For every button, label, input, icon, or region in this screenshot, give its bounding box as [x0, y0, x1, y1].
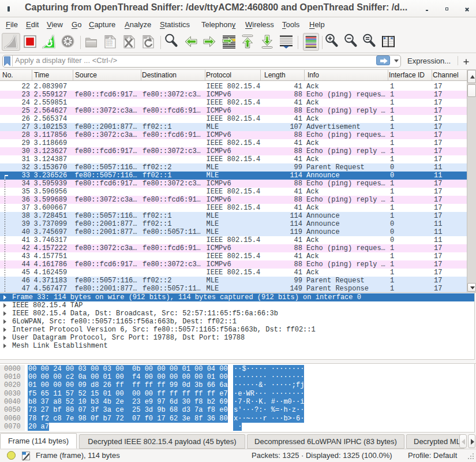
svg-text:0111: 0111: [106, 44, 113, 47]
